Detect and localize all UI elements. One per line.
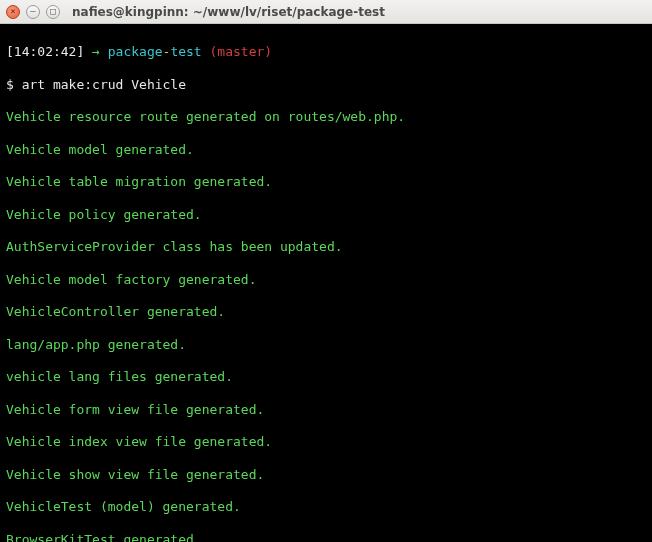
output-line: vehicle lang files generated. [6,369,646,385]
output-line: Vehicle index view file generated. [6,434,646,450]
minimize-icon[interactable]: – [26,5,40,19]
output-line: Vehicle model generated. [6,142,646,158]
output-line: VehicleController generated. [6,304,646,320]
output-line: BrowserKitTest generated. [6,532,646,542]
close-icon[interactable]: × [6,5,20,19]
output-line: lang/app.php generated. [6,337,646,353]
output-line: Vehicle policy generated. [6,207,646,223]
command-line: $ art make:crud Vehicle [6,77,646,93]
output-line: Vehicle show view file generated. [6,467,646,483]
prompt-line: [14:02:42] → package-test (master) [6,44,646,60]
window-titlebar: × – □ nafies@kingpinn: ~/www/lv/riset/pa… [0,0,652,24]
output-line: Vehicle form view file generated. [6,402,646,418]
window-title: nafies@kingpinn: ~/www/lv/riset/package-… [72,5,385,19]
output-line: Vehicle resource route generated on rout… [6,109,646,125]
output-line: Vehicle table migration generated. [6,174,646,190]
output-line: Vehicle model factory generated. [6,272,646,288]
output-line: VehicleTest (model) generated. [6,499,646,515]
output-line: AuthServiceProvider class has been updat… [6,239,646,255]
maximize-icon[interactable]: □ [46,5,60,19]
terminal-viewport[interactable]: [14:02:42] → package-test (master) $ art… [0,24,652,542]
